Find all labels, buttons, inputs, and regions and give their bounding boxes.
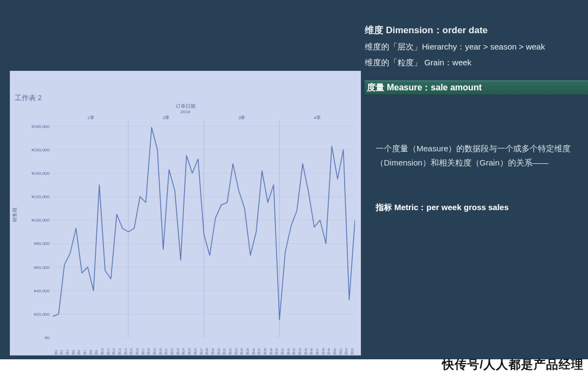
grain-line: 维度的「粒度」 Grain：week [365,55,581,71]
metric-line: 指标 Metric：per week gross sales [376,203,572,213]
dimension-line: 维度 Dimension：order date [365,22,581,39]
watermark: 快传号/人人都是产品经理 [442,357,584,373]
quarter-axis: 1季 2季 3季 4季 [53,115,355,120]
line-chart-svg [53,120,355,338]
measure-band: 度量 Measure：sale amount [365,81,588,95]
quarter-label: 4季 [279,115,355,120]
sheet-title: 工作表 2 [15,93,42,103]
quarter-label: 1季 [53,115,128,120]
x-axis: 第1第2第3第4第5第6第7第8第9第10第11第12第13第14第15第16第… [53,338,355,355]
quarter-label: 3季 [204,115,280,120]
app-canvas: 列 日 年(订单日期) 日 季度(订单日期) 周(订单日期) 行 总和(销售额)… [0,0,588,359]
quarter-label: 2季 [128,115,204,120]
hierarchy-line: 维度的「层次」Hierarchy：year > season > weak [365,39,581,55]
chart-panel: 工作表 2 订单日期 2018 1季 2季 3季 4季 销售额 ¥180,000… [10,71,361,355]
y-axis-label: 销售额 [11,207,19,222]
info-paragraph: 一个度量（Measure）的数据段与一个或多个特定维度（Dimension）和相… [376,142,572,169]
chart-year: 2018 [10,109,360,114]
y-axis: 销售额 ¥180,000¥160,000¥140,000¥120,000¥100… [10,120,53,338]
info-block-top: 维度 Dimension：order date 维度的「层次」Hierarchy… [365,22,581,70]
plot-area[interactable] [53,120,355,338]
